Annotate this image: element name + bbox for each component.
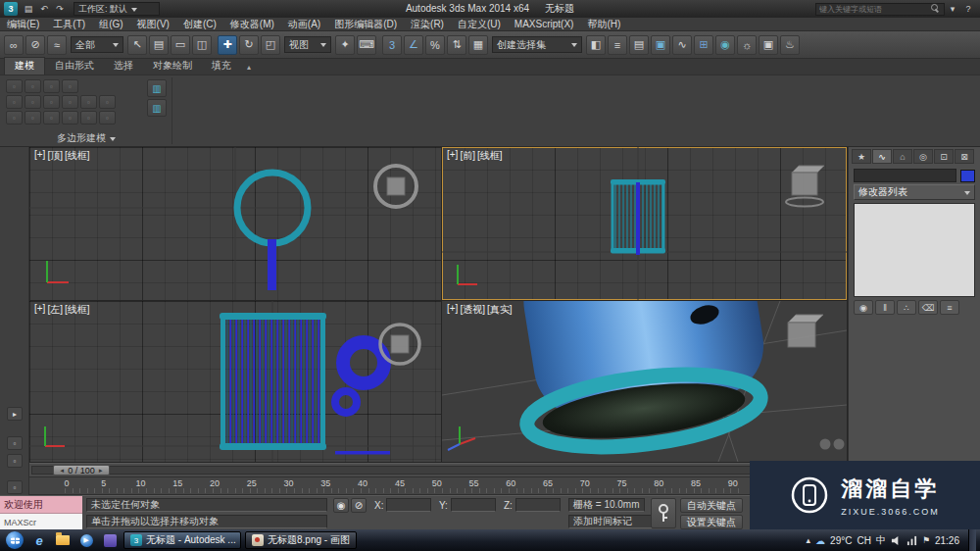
cage-object[interactable] xyxy=(611,179,665,255)
remove-modifier-icon[interactable]: ⌫ xyxy=(918,300,938,315)
side-strip-button[interactable]: ▫ xyxy=(7,436,23,450)
viewcube[interactable] xyxy=(380,325,419,364)
rectangular-region-icon[interactable]: ▭ xyxy=(171,35,190,55)
select-and-rotate-icon[interactable]: ↻ xyxy=(239,35,259,55)
ribbon-tool-button[interactable]: ▫ xyxy=(24,95,41,109)
set-key-button[interactable]: 设置关键点 xyxy=(680,515,743,529)
configure-modifier-sets-icon[interactable]: ≡ xyxy=(940,300,959,315)
frame-forward-icon[interactable]: ► xyxy=(98,468,104,474)
cup-object[interactable] xyxy=(516,301,771,458)
curve-editor-icon[interactable]: ∿ xyxy=(672,35,692,55)
network-icon[interactable] xyxy=(906,535,917,546)
time-slider[interactable]: ◄ 0 / 100 ► xyxy=(29,463,848,477)
search-icon[interactable] xyxy=(931,4,941,14)
ribbon-tab[interactable]: 自由形式 xyxy=(45,58,104,75)
ribbon-tool-button[interactable]: ▫ xyxy=(24,111,41,125)
menu-item[interactable]: 帮助(H) xyxy=(580,18,627,31)
create-tab-icon[interactable]: ★ xyxy=(852,149,871,164)
ribbon-tab[interactable]: 建模 xyxy=(4,57,45,75)
window-crossing-icon[interactable]: ◫ xyxy=(192,35,212,55)
isolate-selection-icon[interactable]: ◉ xyxy=(333,498,349,513)
media-player-icon[interactable]: ▶ xyxy=(75,531,97,549)
side-strip-button[interactable]: ▫ xyxy=(7,480,23,494)
clock[interactable]: 21:26 xyxy=(935,535,959,546)
menu-item[interactable]: 图形编辑器(D) xyxy=(327,18,404,31)
named-selection-set-combo[interactable]: 创建选择集 xyxy=(492,36,582,53)
ribbon-tool-button[interactable]: ▫ xyxy=(6,95,23,109)
menu-item[interactable]: 动画(A) xyxy=(281,18,327,31)
start-button[interactable] xyxy=(6,531,24,549)
select-by-name-icon[interactable]: ▤ xyxy=(149,35,169,55)
ribbon-modeling-mode-icon[interactable]: ▥ xyxy=(147,99,167,117)
menu-item[interactable]: 修改器(M) xyxy=(223,18,281,31)
ribbon-tool-button[interactable]: ▫ xyxy=(6,111,23,125)
select-object-icon[interactable]: ↖ xyxy=(127,35,147,55)
viewport-menu-plus[interactable]: [+] xyxy=(447,303,458,317)
workspace-selector[interactable]: 工作区: 默认 xyxy=(74,2,160,16)
layer-manager-icon[interactable]: ▤ xyxy=(629,35,649,55)
spinner-snap-icon[interactable]: ⇅ xyxy=(447,35,466,55)
listener-pink-line[interactable]: 欢迎使用 xyxy=(0,496,82,514)
motion-tab-icon[interactable]: ◎ xyxy=(913,149,933,164)
viewcube[interactable] xyxy=(375,166,416,207)
undo-icon[interactable]: ↶ xyxy=(36,2,52,16)
menu-item[interactable]: 自定义(U) xyxy=(451,18,508,31)
object-color-swatch[interactable] xyxy=(960,170,975,182)
y-coordinate-field[interactable] xyxy=(451,498,496,512)
viewport-menu-plus[interactable]: [+] xyxy=(34,303,45,317)
unlink-selection-icon[interactable]: ⊘ xyxy=(25,35,45,55)
viewport-name-label[interactable]: [透视] xyxy=(460,303,485,317)
ribbon-toggle-icon[interactable]: ▣ xyxy=(651,35,670,55)
show-end-result-icon[interactable]: ‖ xyxy=(875,300,895,315)
material-editor-icon[interactable]: ◉ xyxy=(715,35,735,55)
file-explorer-icon[interactable] xyxy=(52,531,74,549)
taskbar-app-icon[interactable] xyxy=(99,531,121,549)
listener-white-line[interactable]: MAXScr xyxy=(0,514,82,530)
menu-item[interactable]: 工具(T) xyxy=(46,18,92,31)
steering-wheel-dot[interactable] xyxy=(834,439,845,450)
language-indicator[interactable]: CH xyxy=(857,535,870,546)
render-setup-icon[interactable]: ☼ xyxy=(737,35,757,55)
select-and-manipulate-icon[interactable]: ✦ xyxy=(335,35,355,55)
volume-icon[interactable] xyxy=(891,535,902,546)
ribbon-tool-button[interactable]: ▫ xyxy=(43,79,60,93)
percent-snap-icon[interactable]: % xyxy=(425,35,445,55)
menu-item[interactable]: 编辑(E) xyxy=(0,18,46,31)
viewport-perspective-scene[interactable] xyxy=(442,301,847,462)
viewport-shading-label[interactable]: [真实] xyxy=(487,303,513,317)
ribbon-tab[interactable]: 填充 xyxy=(202,58,241,75)
pin-stack-icon[interactable]: ◉ xyxy=(854,300,873,315)
make-unique-icon[interactable]: ∴ xyxy=(897,300,916,315)
help-icon[interactable]: ? xyxy=(960,2,976,16)
modify-tab-icon[interactable]: ∿ xyxy=(872,149,892,164)
angle-snap-icon[interactable]: ∠ xyxy=(404,35,423,55)
viewport-shading-label[interactable]: [线框] xyxy=(65,149,90,163)
select-and-scale-icon[interactable]: ◰ xyxy=(261,35,280,55)
ribbon-tool-button[interactable]: ▫ xyxy=(99,95,116,109)
viewport-front-active[interactable]: [+] [前] [线框] xyxy=(442,147,847,300)
ribbon-minimize-icon[interactable]: ▴ xyxy=(247,63,251,75)
ribbon-tool-button[interactable]: ▫ xyxy=(43,95,60,109)
viewport-front-scene[interactable] xyxy=(442,147,847,300)
ribbon-tool-button[interactable]: ▫ xyxy=(43,111,60,125)
viewport-shading-label[interactable]: [线框] xyxy=(477,149,503,163)
viewport-menu-plus[interactable]: [+] xyxy=(34,149,45,163)
select-and-link-icon[interactable]: ∞ xyxy=(4,35,24,55)
snap-toggle-3d-icon[interactable]: 3 xyxy=(382,35,402,55)
select-and-move-icon[interactable]: ✚ xyxy=(218,35,237,55)
hierarchy-tab-icon[interactable]: ⌂ xyxy=(893,149,912,164)
ie-browser-icon[interactable]: e xyxy=(28,531,50,549)
keyboard-override-icon[interactable]: ⌨ xyxy=(357,35,376,55)
show-desktop-button[interactable] xyxy=(968,529,976,551)
menu-item[interactable]: 渲染(R) xyxy=(404,18,451,31)
viewport-left[interactable]: [+] [左] [线框] xyxy=(29,301,441,462)
ime-indicator[interactable]: 中 xyxy=(876,533,886,547)
menu-item[interactable]: 组(G) xyxy=(92,18,129,31)
modifier-list-dropdown[interactable]: 修改器列表 xyxy=(854,184,975,200)
3dsmax-logo-icon[interactable]: 3 xyxy=(4,2,18,16)
maxscript-mini-listener[interactable]: 欢迎使用 MAXScr xyxy=(0,496,82,530)
ribbon-tab[interactable]: 选择 xyxy=(104,58,143,75)
frame-back-icon[interactable]: ◄ xyxy=(59,468,65,474)
z-coordinate-field[interactable] xyxy=(515,498,561,512)
search-go-icon[interactable]: ▾ xyxy=(945,2,960,16)
